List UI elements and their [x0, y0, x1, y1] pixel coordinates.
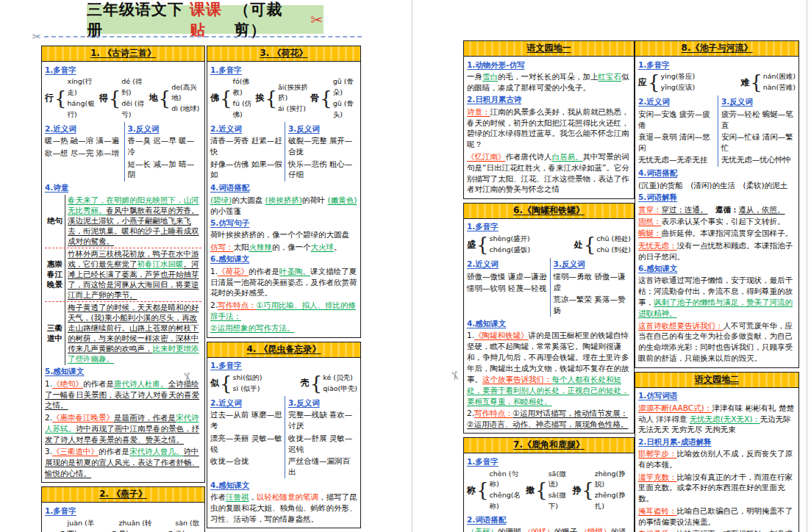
brace-icon: {: [54, 89, 67, 108]
text-segment: 1.多音字: [638, 60, 670, 69]
word-list-head: 2.近义词: [210, 398, 282, 409]
section-body: 1.多音字圈{juàn (羊圈)quān(圆圈)转{zhuǎn (转身)zhuà…: [42, 503, 204, 532]
word-list-label: 2.近义词: [45, 124, 76, 133]
duoyin-char: 应: [638, 76, 647, 89]
word-pairs-line: 收拢—舒展 灵敏—迟钝: [288, 433, 357, 455]
text-segment: （美丽）: [467, 527, 498, 532]
text-segment: （凶猛）: [524, 527, 554, 532]
word-pairs-line: 过去—从前 琢磨—思考: [210, 409, 282, 431]
word-pairs-line: 安闲—安逸 疲劳—疲倦: [638, 109, 715, 131]
poem-text: 梅子黄透了的时候，天天都是晴和的好天气，(我)乘小船到小溪的尽头，再改走山路继续…: [65, 302, 201, 365]
word-list-label: 2.近义词: [467, 259, 499, 268]
poem-row: 绝句春天来了，在明媚的阳光映照下，山河无比秀丽。春风中飘散着花草的芳香。溪边泥土…: [45, 195, 201, 248]
text-segment: 邯郸学步：: [638, 449, 677, 458]
scissors-icon: ✂: [447, 370, 463, 383]
section-body: 1.多音字佛{fó(佛教)fú (仿佛)挨{āi(挨挨挤挤)ái (挨打)骨{g…: [207, 62, 360, 337]
word-pairs-line: 疲劳—轻松 蜿蜒—笔直: [721, 109, 796, 131]
duoyin-char: 挨: [255, 92, 264, 104]
word-list-head: 3.反义词: [128, 123, 201, 134]
word-list-col: 3.反义词破裂—完整 展开—合拢快乐—悲伤 粗心—仔细: [285, 122, 357, 181]
section-title: 语文园地一: [527, 43, 571, 53]
word-pairs-line: 安闲—忙碌 清闲—繁忙: [721, 132, 796, 154]
text-segment: 骄傲—傲慢 谦虚—谦逊: [467, 272, 546, 281]
text-segment: 衰退—衰弱 清闲—悠闲: [638, 132, 710, 152]
word-pairs-line: 懦弱—软弱 轻蔑—轻视: [467, 283, 548, 294]
column-left-2: 3. 《荷花》1.多音字佛{fó(佛教)fú (仿佛)挨{āi(挨挨挤挤)ái …: [207, 46, 361, 532]
text-line: 1.动物外形-仿写: [467, 60, 631, 71]
scissors-icon: ✂: [310, 11, 324, 29]
text-segment: 的荷叶: [302, 195, 328, 204]
text-segment: 这首诗歌想要告诉我们：: [638, 321, 724, 330]
word-list-block: 2.近义词骄傲—傲慢 谦虚—谦逊懦弱—软弱 轻蔑—轻视3.反义词懦弱—勇敢 骄傲…: [467, 258, 631, 317]
text-line: 6.感知课文: [210, 254, 357, 265]
text-segment: 暖—热 融—溶 满—遍: [45, 136, 119, 145]
duoyin-option: sì (似乎): [233, 384, 262, 395]
section-body: 1.仿写词语源源不断(AABC式)：津津有味 彬彬有礼 楚楚动人 洋洋得意 无忧…: [635, 388, 799, 532]
word-list-block: 2.近义词过去—从前 琢磨—思考漂亮—美丽 灵敏—敏锐收拢—合拢3.反义词完整—…: [210, 396, 357, 478]
duoyin-option: dì (地球): [171, 104, 201, 115]
column-left-1: 1. 《古诗三首》1.多音字行{xíng(行走)háng(银行)得{dé (得到…: [41, 46, 205, 532]
duoyin-options: zhuǎn (转身)zhuàn (旋转): [118, 518, 152, 532]
text-segment: 香—臭 迟—早 暖—冷: [128, 136, 195, 156]
word-pairs-line: 清香—芳香 赶紧—赶快: [210, 135, 282, 157]
text-line: 仿写：太阳火辣辣的，像一个大火球。: [210, 242, 357, 253]
duoyin-char: 壳: [301, 377, 310, 389]
section-box: 语文园地一1.动物外形-仿写一身雪白的毛，一对长长的耳朵，加上红宝石似的眼睛，凑…: [463, 40, 635, 199]
word-list-col: 3.反义词完整—残缺 喜欢—讨厌收拢—舒展 灵敏—迟钝严丝合缝—漏洞百出: [285, 396, 357, 478]
text-segment: 蜿蜒：: [638, 229, 662, 237]
text-line: 自相矛盾：比喻言行不一或互相抵触。刻舟求剑：比喻拘泥成法而不讲实际。: [638, 528, 796, 532]
poem-text: 竹林外两三枝桃花初放，鸭子在水中游戏，它们最先察觉了初春江水回暖。河滩上已经长满…: [65, 248, 201, 301]
text-line: 1.多音字: [638, 60, 796, 71]
section-header: 4. 《昆虫备忘录》: [207, 342, 360, 358]
text-segment: 收拢—舒展 灵敏—迟钝: [288, 434, 352, 453]
duoyin-options: āi(挨挨挤挤)ái (挨打): [278, 82, 310, 115]
text-segment: 1.仿写词语: [638, 391, 677, 400]
duoyin-char: 地: [149, 92, 158, 104]
word-pairs-line: 完整—残缺 喜欢—讨厌: [288, 409, 357, 431]
duoyin-options: nán(困难)nàn(苦难): [763, 71, 796, 93]
text-segment: 的作者是: [249, 267, 279, 276]
text-segment: 初春江水回暖: [137, 259, 184, 268]
text-line: ②运用想象的写作方法。: [210, 323, 357, 334]
duoyin-options: juàn (羊圈)quān(圆圈): [68, 518, 96, 532]
text-line: 1.《陶罐和铁罐》讲的是国王橱柜里的铁罐自恃坚硬，瞧不起陶罐，常常奚落它。陶罐则…: [467, 330, 631, 406]
cut-line: [44, 36, 362, 37]
duoyin-option: āi(挨挨挤挤): [278, 82, 310, 104]
duoyin-block: 行{xíng(行走)háng(银行)得{dé (得到)děi (得亏)地{de(…: [45, 76, 201, 120]
text-segment: 写作特点：: [218, 301, 257, 309]
word-list-head: 2.近义词: [638, 96, 715, 107]
text-segment: 2.日积月累古诗: [467, 95, 521, 104]
text-segment: 4.感知课文: [467, 319, 506, 328]
text-segment: 严丝合缝—漏洞百出: [288, 456, 350, 476]
word-pairs-line: 欲—想 尽—完 添—增: [45, 148, 122, 159]
duoyin-block: 似{shì(似的)sì (似乎)壳{ké (贝壳)qiào(甲壳): [210, 373, 357, 394]
section-box: 2. 《燕子》1.多音字圈{juàn (羊圈)quān(圆圈)转{zhuǎn (…: [41, 486, 205, 532]
text-segment: 连通。: [685, 205, 708, 214]
text-segment: 1.多音字: [467, 222, 499, 231]
text-segment: 1.: [467, 331, 474, 339]
word-pairs-line: 荒凉—繁荣 奚落—赞扬: [554, 294, 631, 316]
text-segment: 叶圣陶。: [279, 267, 310, 276]
section-title: 2. 《燕子》: [99, 489, 147, 499]
text-line: 荷叶挨挨挤挤的，像一个个碧绿的大圆盘: [210, 229, 357, 240]
text-segment: 4.词语搭配: [210, 183, 249, 192]
duoyin-option: ké (贝壳): [323, 373, 357, 384]
text-segment: 懦弱—软弱 轻蔑—轻视: [467, 284, 546, 292]
title-banner: 三年级语文下册课课贴（可裁剪）✂: [87, 5, 324, 34]
text-segment: 欲—想 尽—完 添—增: [45, 148, 119, 157]
text-segment: 的作者是: [99, 447, 129, 456]
text-segment: (碧绿): [210, 195, 232, 204]
text-segment: 滥竽充数：: [638, 472, 677, 481]
text-segment: 1.多音字: [210, 361, 242, 370]
text-segment: 自相矛盾：: [638, 529, 677, 532]
text-line: 作者汪曾祺，以轻松随意的笔调，描写了昆虫的复眼和花大姐、独角仙、蚂蚱的外形、习性…: [210, 492, 357, 525]
text-segment: 1.: [45, 379, 52, 388]
text-line: 邯郸学步：比喻效仿别人不成，反而丧失了原有的本领。: [638, 448, 796, 470]
section-header: 8.《池子与河流》: [635, 41, 799, 57]
text-segment: 漂亮—美丽 灵敏—敏锐: [210, 434, 282, 453]
word-list-head: 2.近义词: [467, 259, 548, 270]
duoyin-option: ái (挨打): [278, 104, 310, 115]
duoyin-group: 壳{ké (贝壳)qiào(甲壳): [301, 373, 357, 394]
word-pairs-line: 香—臭 迟—早 暖—冷: [128, 135, 201, 157]
text-line: 滥竽充数：比喻没有真正的才干，而混在行家里面充数。或拿不好的东西混在好的里面充数…: [638, 472, 796, 505]
